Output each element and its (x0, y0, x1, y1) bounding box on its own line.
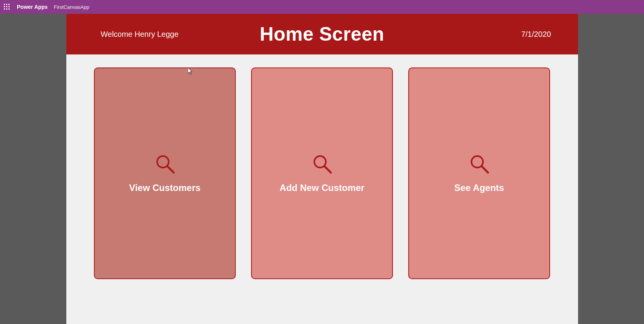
welcome-text: Welcome Henry Legge (101, 30, 179, 39)
app-canvas: Welcome Henry Legge Home Screen 7/1/2020… (66, 14, 578, 324)
tiles-container: View Customers Add New Customer (66, 54, 578, 324)
tile-view-customers[interactable]: View Customers (94, 67, 236, 279)
search-icon (312, 153, 332, 176)
search-icon (469, 153, 490, 176)
waffle-icon[interactable] (4, 4, 10, 10)
tile-label: Add New Customer (279, 183, 364, 193)
brand-label[interactable]: Power Apps (17, 4, 48, 10)
svg-line-5 (481, 166, 488, 173)
tile-add-new-customer[interactable]: Add New Customer (251, 67, 393, 279)
header-banner: Welcome Henry Legge Home Screen 7/1/2020 (66, 14, 578, 54)
tile-see-agents[interactable]: See Agents (408, 67, 550, 279)
svg-line-1 (167, 166, 174, 173)
tile-label: View Customers (129, 183, 200, 193)
screen-title: Home Screen (260, 23, 384, 45)
date-text: 7/1/2020 (521, 30, 551, 39)
app-name-label: FirstCanvasApp (54, 4, 89, 10)
app-viewport: Welcome Henry Legge Home Screen 7/1/2020… (0, 14, 644, 324)
tile-label: See Agents (454, 183, 504, 193)
top-bar: Power Apps FirstCanvasApp (0, 0, 644, 14)
svg-line-3 (324, 166, 331, 173)
search-icon (154, 153, 175, 176)
